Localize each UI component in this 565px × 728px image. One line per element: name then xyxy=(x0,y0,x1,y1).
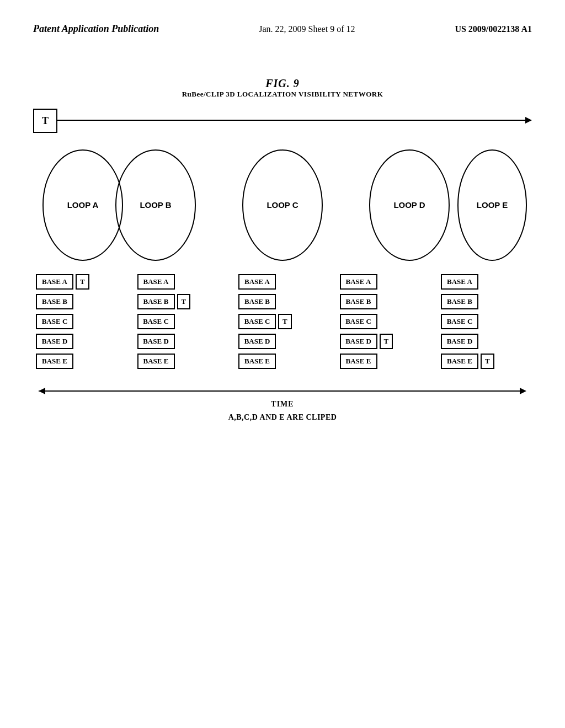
t-indicator: T xyxy=(380,334,393,349)
publication-title: Patent Application Publication xyxy=(33,22,159,36)
time-arrow-right-head xyxy=(520,388,526,394)
base-box: BASE D xyxy=(137,334,175,349)
base-column-d: BASE A BASE B BASE C BASE D T BASE E xyxy=(340,274,428,369)
base-box: BASE E xyxy=(441,354,478,369)
base-b-row-3: BASE C xyxy=(137,314,226,329)
svg-text:LOOP C: LOOP C xyxy=(266,200,298,210)
page-header: Patent Application Publication Jan. 22, … xyxy=(0,0,565,36)
base-box: BASE B xyxy=(441,294,478,309)
base-box: BASE A xyxy=(441,274,478,290)
figure-number: FIG. 9 xyxy=(33,77,532,90)
base-box: BASE E xyxy=(238,354,276,369)
loops-section: LOOP A LOOP B LOOP C LOOP D LOOP E xyxy=(33,147,532,263)
base-d-row-2: BASE B xyxy=(340,294,428,309)
base-column-b: BASE A BASE B T BASE C BASE D BASE E xyxy=(137,274,226,369)
base-e-row-4: BASE D xyxy=(441,334,529,349)
base-b-row-2: BASE B T xyxy=(137,294,226,309)
t-box-container: T xyxy=(33,109,532,142)
svg-text:LOOP B: LOOP B xyxy=(140,200,171,210)
diagram-area: FIG. 9 RuBee/CLIP 3D LOCALIZATION VISIBI… xyxy=(33,77,532,422)
base-c-row-3: BASE C T xyxy=(238,314,327,329)
publication-date-sheet: Jan. 22, 2009 Sheet 9 of 12 xyxy=(259,22,355,34)
base-box: BASE A xyxy=(36,274,73,290)
base-box: BASE C xyxy=(137,314,175,329)
base-b-row-1: BASE A xyxy=(137,274,226,290)
base-column-e: BASE A BASE B BASE C BASE D BASE E T xyxy=(441,274,529,369)
base-b-row-4: BASE D xyxy=(137,334,226,349)
base-box: BASE B xyxy=(137,294,175,309)
t-indicator: T xyxy=(76,274,89,290)
base-a-row-5: BASE E xyxy=(36,354,124,369)
base-box: BASE C xyxy=(340,314,377,329)
svg-text:LOOP A: LOOP A xyxy=(67,200,99,210)
base-box: BASE B xyxy=(36,294,73,309)
base-c-row-1: BASE A xyxy=(238,274,327,290)
loops-svg: LOOP A LOOP B LOOP C LOOP D LOOP E xyxy=(33,147,532,263)
base-a-row-3: BASE C xyxy=(36,314,124,329)
base-box: BASE E xyxy=(36,354,73,369)
base-box: BASE E xyxy=(340,354,377,369)
t-label-box: T xyxy=(33,109,57,133)
base-e-row-3: BASE C xyxy=(441,314,529,329)
time-arrow xyxy=(39,386,526,397)
base-box: BASE C xyxy=(238,314,276,329)
t-indicator: T xyxy=(481,354,494,369)
base-a-row-2: BASE B xyxy=(36,294,124,309)
t-arrow xyxy=(57,120,532,122)
base-c-row-4: BASE D xyxy=(238,334,327,349)
base-box: BASE D xyxy=(441,334,478,349)
time-label: TIME xyxy=(39,400,526,409)
base-box: BASE D xyxy=(36,334,73,349)
bases-section: BASE A T BASE B BASE C BASE D BASE E BAS… xyxy=(33,274,532,369)
base-box: BASE C xyxy=(36,314,73,329)
base-box: BASE B xyxy=(340,294,377,309)
figure-subtitle: RuBee/CLIP 3D LOCALIZATION VISIBILITY NE… xyxy=(33,90,532,99)
base-box: BASE D xyxy=(340,334,377,349)
base-d-row-1: BASE A xyxy=(340,274,428,290)
publication-number: US 2009/0022138 A1 xyxy=(455,22,532,34)
base-box: BASE B xyxy=(238,294,276,309)
t-indicator: T xyxy=(278,314,292,329)
base-d-row-4: BASE D T xyxy=(340,334,428,349)
base-column-c: BASE A BASE B BASE C T BASE D BASE E xyxy=(238,274,327,369)
base-c-row-5: BASE E xyxy=(238,354,327,369)
base-box: BASE A xyxy=(238,274,276,290)
figure-title-block: FIG. 9 RuBee/CLIP 3D LOCALIZATION VISIBI… xyxy=(33,77,532,99)
time-section: TIME A,B,C,D AND E ARE CLIPED xyxy=(33,386,532,422)
base-b-row-5: BASE E xyxy=(137,354,226,369)
base-box: BASE A xyxy=(137,274,175,290)
base-box: BASE A xyxy=(340,274,377,290)
base-column-a: BASE A T BASE B BASE C BASE D BASE E xyxy=(36,274,124,369)
base-e-row-1: BASE A xyxy=(441,274,529,290)
base-box: BASE C xyxy=(441,314,478,329)
base-e-row-5: BASE E T xyxy=(441,354,529,369)
t-indicator: T xyxy=(177,294,191,309)
svg-text:LOOP D: LOOP D xyxy=(393,200,425,210)
svg-text:LOOP E: LOOP E xyxy=(477,200,508,210)
base-box: BASE E xyxy=(137,354,175,369)
base-a-row-1: BASE A T xyxy=(36,274,124,290)
base-e-row-2: BASE B xyxy=(441,294,529,309)
t-arrow-head xyxy=(525,117,532,124)
base-d-row-3: BASE C xyxy=(340,314,428,329)
base-c-row-2: BASE B xyxy=(238,294,327,309)
clipped-label: A,B,C,D AND E ARE CLIPED xyxy=(39,413,526,422)
t-arrow-line xyxy=(57,120,526,121)
base-d-row-5: BASE E xyxy=(340,354,428,369)
base-box: BASE D xyxy=(238,334,276,349)
time-arrow-line xyxy=(39,390,520,392)
base-a-row-4: BASE D xyxy=(36,334,124,349)
